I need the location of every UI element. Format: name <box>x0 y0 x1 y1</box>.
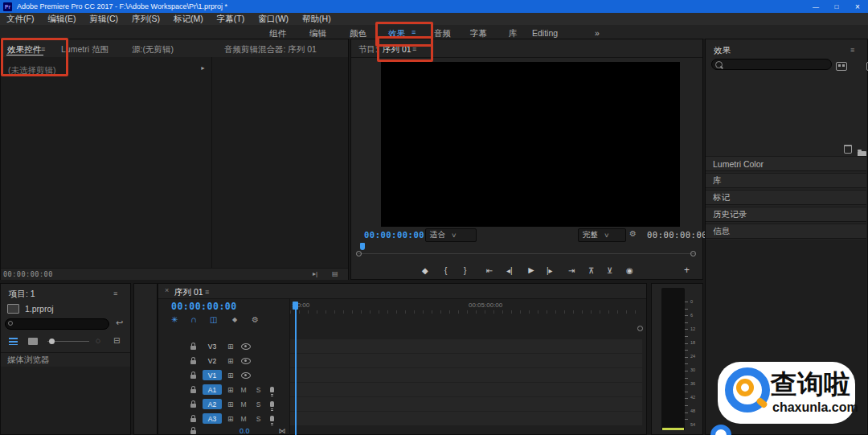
timeline-panel-menu-icon[interactable]: ≡ <box>205 288 209 296</box>
toggle-track-output-icon[interactable] <box>241 358 251 364</box>
lock-icon[interactable] <box>190 389 196 393</box>
sync-lock-icon[interactable]: ⊞ <box>227 415 234 423</box>
timeline-ruler[interactable]: :00:00 00:05:00:00 <box>290 300 642 314</box>
accelerated-effects-filter-icon[interactable] <box>836 62 847 71</box>
sync-lock-icon[interactable]: ⊞ <box>227 371 234 380</box>
track-target-button[interactable]: V2 <box>203 355 222 366</box>
menu-help[interactable]: 帮助(H) <box>301 14 333 25</box>
list-view-icon[interactable] <box>9 338 18 345</box>
minimize-button[interactable]: — <box>805 3 826 10</box>
tab-audio-clip-mixer[interactable]: 音频剪辑混合器: 序列 01 <box>224 44 317 55</box>
button-editor-icon[interactable]: + <box>684 265 690 276</box>
automate-to-sequence-icon[interactable]: ◌ <box>96 336 100 345</box>
close-button[interactable]: × <box>847 2 868 11</box>
track-target-button[interactable]: V3 <box>203 341 222 351</box>
export-frame-icon[interactable]: ◉ <box>626 266 633 275</box>
project-item-row[interactable]: 1.prproj <box>1 302 137 315</box>
play-icon[interactable]: ► <box>526 265 536 276</box>
sync-lock-icon[interactable]: ⊞ <box>227 343 234 351</box>
program-zoom-select[interactable]: 适合 ˅ <box>425 228 477 242</box>
project-panel-title[interactable]: 项目: 1 <box>9 289 35 300</box>
workspace-audio[interactable]: 音频 <box>434 28 451 39</box>
mark-out-icon[interactable]: } <box>464 266 466 275</box>
section-history[interactable]: 历史记录 <box>706 207 866 222</box>
toggle-track-output-icon[interactable] <box>241 372 251 379</box>
snap-magnet-icon[interactable]: ∩ <box>190 314 197 324</box>
workspace-libraries[interactable]: 库 <box>509 28 518 39</box>
track-header-v2[interactable]: V2 ⊞ <box>158 354 289 367</box>
track-header-v3[interactable]: V3 ⊞ <box>158 339 289 353</box>
close-icon[interactable]: × <box>165 286 169 294</box>
track-header-a3[interactable]: A3 ⊞ M S <box>158 412 289 425</box>
program-playhead-marker[interactable] <box>360 243 365 250</box>
menu-window[interactable]: 窗口(W) <box>256 14 290 25</box>
voiceover-record-icon[interactable] <box>270 416 274 421</box>
menu-clip[interactable]: 剪辑(C) <box>88 14 120 25</box>
linked-selection-icon[interactable]: ◫ <box>210 315 217 324</box>
timeline-playhead-line[interactable] <box>295 308 297 435</box>
voiceover-record-icon[interactable] <box>270 401 274 407</box>
effects-search-input[interactable] <box>711 59 832 70</box>
workspace-assembly[interactable]: 组件 <box>269 28 286 39</box>
solo-button[interactable]: S <box>256 415 261 423</box>
icon-view-icon[interactable] <box>28 338 38 345</box>
audio-track-lane-a2[interactable] <box>290 397 642 411</box>
play-clip-only-icon[interactable]: ▸| <box>313 270 317 277</box>
program-scroll-left-handle[interactable] <box>356 251 362 256</box>
project-panel-menu-icon[interactable]: ≡ <box>113 289 117 298</box>
nest-toggle-icon[interactable]: ✳ <box>171 315 178 324</box>
step-forward-icon[interactable]: |▸ <box>547 266 553 275</box>
extract-icon[interactable]: ⊻ <box>607 266 612 275</box>
section-lumetri-color[interactable]: Lumetri Color <box>706 156 866 171</box>
track-target-button[interactable]: A1 <box>203 384 222 395</box>
sync-lock-icon[interactable]: ⊞ <box>227 357 234 365</box>
program-scrub-track[interactable] <box>358 253 695 254</box>
menu-file[interactable]: 文件(F) <box>5 14 35 25</box>
solo-button[interactable]: S <box>256 386 261 394</box>
delete-bin-icon[interactable] <box>844 145 852 154</box>
workspace-color[interactable]: 颜色 <box>350 28 366 39</box>
master-level-value[interactable]: 0.0 <box>240 427 250 435</box>
timeline-timecode[interactable]: 00:00:00:00 <box>171 301 237 312</box>
lock-icon[interactable] <box>190 418 196 422</box>
tab-source-monitor[interactable]: 源:(无剪辑) <box>132 44 174 55</box>
audio-during-scrub-icon[interactable]: ▤ <box>332 270 338 277</box>
go-to-in-icon[interactable]: ⇤ <box>486 266 493 275</box>
sync-lock-icon[interactable]: ⊞ <box>227 400 234 408</box>
zoom-slider-handle[interactable] <box>49 339 55 344</box>
audio-track-lane-a1[interactable] <box>290 383 642 396</box>
video-track-lane-v3[interactable] <box>290 339 642 353</box>
lift-icon[interactable]: ⊼ <box>588 266 594 275</box>
track-header-v1[interactable]: V1 ⊞ <box>158 368 289 382</box>
marker-icon[interactable]: ◆ <box>232 316 237 323</box>
lock-icon[interactable] <box>190 404 196 408</box>
lock-icon[interactable] <box>190 360 196 364</box>
maximize-button[interactable]: □ <box>826 3 847 10</box>
effect-controls-timecode[interactable]: 00:00:00:00 <box>3 270 53 278</box>
menu-edit[interactable]: 编辑(E) <box>46 14 77 25</box>
timeline-sequence-tab[interactable]: 序列 01 <box>174 287 203 298</box>
menu-marker[interactable]: 标记(M) <box>172 14 205 25</box>
toggle-track-output-icon[interactable] <box>241 343 251 350</box>
track-header-a2[interactable]: A2 ⊞ M S <box>158 397 289 411</box>
track-target-button[interactable]: A2 <box>203 399 222 409</box>
timeline-scroll-handle[interactable] <box>637 326 643 331</box>
voiceover-record-icon[interactable] <box>270 387 274 392</box>
program-settings-wrench-icon[interactable]: ⚙ <box>629 229 637 238</box>
mute-button[interactable]: M <box>241 386 247 394</box>
workspace-editing-cn[interactable]: 编辑 <box>309 28 326 39</box>
expand-video-section-icon[interactable]: ► <box>200 65 206 71</box>
mute-button[interactable]: M <box>241 400 247 408</box>
master-track-row[interactable]: 0.0 ⋈ <box>158 426 646 435</box>
collapse-tracks-icon[interactable]: ⋈ <box>279 427 286 435</box>
step-back-icon[interactable]: ◂| <box>506 266 513 275</box>
lock-icon[interactable] <box>190 430 196 434</box>
workspace-titles[interactable]: 字幕 <box>470 28 487 39</box>
track-header-a1[interactable]: A1 ⊞ M S <box>158 383 289 396</box>
effects-panel-title[interactable]: 效果 <box>714 45 731 56</box>
media-browser-header[interactable]: 媒体浏览器 <box>1 352 130 367</box>
project-back-icon[interactable]: ↩ <box>116 318 123 328</box>
find-icon[interactable]: ⊟ <box>113 336 120 345</box>
workspace-editing-en[interactable]: Editing <box>532 28 558 38</box>
audio-track-lane-a3[interactable] <box>290 412 642 425</box>
